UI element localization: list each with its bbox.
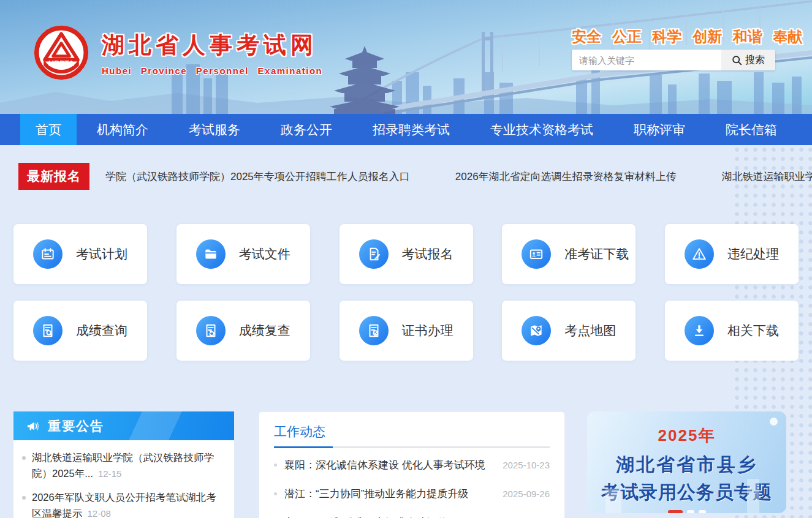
ticker-link[interactable]: 湖北铁道运输职业学 bbox=[722, 170, 812, 184]
services-grid-row2: 成绩查询 成绩复查 证书办理 bbox=[13, 301, 799, 361]
announcement-text: 湖北铁道运输职业学院（武汉铁路技师学院）2025年... bbox=[32, 452, 214, 479]
service-label: 考试文件 bbox=[239, 246, 290, 263]
news-date: 2025-10-23 bbox=[503, 460, 550, 470]
hbpta-logo: HBPTA bbox=[32, 23, 91, 82]
certificate-icon bbox=[359, 316, 389, 345]
service-label: 考试计划 bbox=[76, 246, 127, 263]
calendar-icon bbox=[33, 239, 63, 269]
news-text: 潜江：“三力协同”推动业务能力提质升级 bbox=[284, 487, 494, 501]
main-nav: 首页 机构简介 考试服务 政务公开 招录聘类考试 专业技术资格考试 职称评审 院… bbox=[0, 114, 812, 145]
search-button-label: 搜索 bbox=[745, 54, 765, 67]
ticker-badge: 最新报名 bbox=[18, 163, 89, 190]
nav-item-recruitment-exams[interactable]: 招录聘类考试 bbox=[352, 114, 470, 145]
banner-year: 2025年 bbox=[587, 425, 786, 446]
registration-icon bbox=[359, 239, 389, 269]
announcements-header: 重要公告 bbox=[13, 411, 234, 440]
warning-icon bbox=[685, 239, 714, 269]
search-icon bbox=[732, 55, 742, 66]
news-item[interactable]: 襄阳：“三维”精准发力提升人才评价服... 2025-09-17 bbox=[274, 508, 550, 518]
service-related-downloads[interactable]: 相关下载 bbox=[665, 301, 799, 361]
service-label: 相关下载 bbox=[727, 322, 779, 339]
header-banner: HBPTA 湖北省人事考试网 Hubei Province Personnel … bbox=[0, 0, 812, 114]
news-title-underline bbox=[274, 446, 550, 448]
banner-building-shape bbox=[747, 479, 759, 513]
bullet-dot bbox=[274, 464, 277, 467]
service-label: 证书办理 bbox=[402, 322, 453, 339]
svg-text:HBPTA: HBPTA bbox=[48, 59, 74, 68]
search-bar: 搜索 bbox=[572, 50, 775, 70]
news-item[interactable]: 潜江：“三力协同”推动业务能力提质升级 2025-09-26 bbox=[274, 479, 550, 508]
important-announcements-panel: 重要公告 湖北铁道运输职业学院（武汉铁路技师学院）2025年...12-15 2… bbox=[13, 411, 234, 518]
service-label: 成绩复查 bbox=[239, 322, 290, 339]
ticker-items: 学院（武汉铁路技师学院）2025年专项公开招聘工作人员报名入口 2026年湖北省… bbox=[105, 170, 812, 184]
announcement-text: 2026年军队文职人员公开招考笔试湖北考区温馨提示 bbox=[32, 492, 216, 518]
announcements-list: 湖北铁道运输职业学院（武汉铁路技师学院）2025年...12-15 2026年军… bbox=[13, 440, 234, 518]
banner-building-shape bbox=[605, 489, 621, 513]
announcement-item[interactable]: 湖北铁道运输职业学院（武汉铁路技师学院）2025年...12-15 bbox=[22, 450, 223, 481]
slogan-text: 安全 公正 科学 创新 和谐 奉献 bbox=[572, 27, 775, 47]
ticker-link[interactable]: 学院（武汉铁路技师学院）2025年专项公开招聘工作人员报名入口 bbox=[105, 170, 410, 184]
service-exam-registration[interactable]: 考试报名 bbox=[340, 224, 473, 284]
service-label: 考点地图 bbox=[564, 322, 616, 339]
download-icon bbox=[685, 316, 714, 345]
services-grid-row1: 考试计划 考试文件 考试报名 bbox=[13, 224, 799, 284]
service-violation-handling[interactable]: 违纪处理 bbox=[665, 224, 799, 284]
service-label: 准考证下载 bbox=[564, 246, 629, 263]
service-certificate-processing[interactable]: 证书办理 bbox=[340, 301, 473, 361]
admit-card-icon bbox=[522, 239, 551, 269]
service-score-inquiry[interactable]: 成绩查询 bbox=[13, 301, 147, 361]
nav-item-exam-services[interactable]: 考试服务 bbox=[169, 114, 260, 145]
latest-registration-ticker: 最新报名 学院（武汉铁路技师学院）2025年专项公开招聘工作人员报名入口 202… bbox=[18, 163, 812, 190]
bullet-dot bbox=[22, 496, 26, 500]
folder-icon bbox=[196, 239, 226, 269]
announcement-date: 12-15 bbox=[98, 468, 121, 479]
page: HBPTA 湖北省人事考试网 Hubei Province Personnel … bbox=[0, 0, 812, 518]
nav-item-title-review[interactable]: 职称评审 bbox=[613, 114, 705, 145]
service-score-recheck[interactable]: 成绩复查 bbox=[176, 301, 310, 361]
service-exam-site-map[interactable]: 考点地图 bbox=[502, 301, 636, 361]
banner-decoration-circle bbox=[770, 418, 778, 426]
announcement-item[interactable]: 2026年军队文职人员公开招考笔试湖北考区温馨提示12-08 bbox=[22, 490, 223, 518]
bullet-dot bbox=[22, 456, 26, 460]
announcements-title: 重要公告 bbox=[48, 418, 104, 435]
service-label: 考试报名 bbox=[402, 246, 453, 263]
service-label: 成绩查询 bbox=[76, 322, 127, 339]
nav-item-director-mailbox[interactable]: 院长信箱 bbox=[705, 114, 797, 145]
news-text: 襄阳：深化诚信体系建设 优化人事考试环境 bbox=[284, 458, 494, 472]
banner-title-line1: 湖北省省市县乡 bbox=[587, 452, 786, 478]
site-subtitle: Hubei Province Personnel Examination bbox=[102, 66, 322, 76]
service-admit-card-download[interactable]: 准考证下载 bbox=[502, 224, 636, 284]
announcement-date: 12-08 bbox=[88, 508, 111, 518]
news-date: 2025-09-26 bbox=[503, 489, 550, 499]
search-input[interactable] bbox=[572, 50, 721, 70]
news-text: 襄阳：“三维”精准发力提升人才评价服... bbox=[284, 516, 494, 518]
site-title: 湖北省人事考试网 bbox=[102, 30, 322, 61]
bullet-dot bbox=[274, 492, 277, 495]
search-button[interactable]: 搜索 bbox=[721, 50, 775, 70]
site-brand[interactable]: HBPTA 湖北省人事考试网 Hubei Province Personnel … bbox=[32, 23, 322, 82]
service-exam-plan[interactable]: 考试计划 bbox=[13, 224, 147, 284]
ticker-link[interactable]: 2026年湖北省定向选调生招录资格复审材料上传 bbox=[455, 170, 677, 184]
service-exam-documents[interactable]: 考试文件 bbox=[176, 224, 310, 284]
nav-item-gov-affairs[interactable]: 政务公开 bbox=[260, 114, 352, 145]
megaphone-icon bbox=[26, 419, 40, 434]
news-item[interactable]: 襄阳：深化诚信体系建设 优化人事考试环境 2025-10-23 bbox=[274, 451, 550, 479]
civil-servant-exam-banner[interactable]: 2025年 湖北省省市县乡 考试录用公务员专题 bbox=[587, 411, 786, 513]
score-recheck-icon bbox=[196, 316, 226, 345]
nav-item-professional-exams[interactable]: 专业技术资格考试 bbox=[470, 114, 613, 145]
nav-item-about[interactable]: 机构简介 bbox=[77, 114, 169, 145]
work-news-title[interactable]: 工作动态 bbox=[274, 423, 325, 446]
map-icon bbox=[522, 316, 551, 345]
work-news-panel: 工作动态 襄阳：深化诚信体系建设 优化人事考试环境 2025-10-23 潜江：… bbox=[259, 411, 565, 518]
score-search-icon bbox=[33, 316, 63, 345]
nav-item-home[interactable]: 首页 bbox=[20, 114, 77, 145]
service-label: 违纪处理 bbox=[727, 246, 779, 263]
